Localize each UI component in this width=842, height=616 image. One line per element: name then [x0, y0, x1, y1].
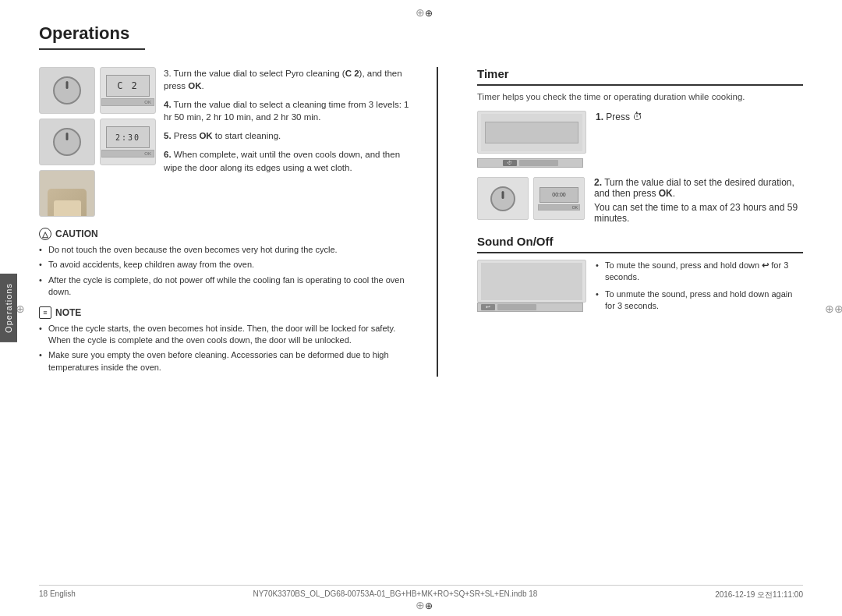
right-column: Timer Timer helps you check the time or …	[462, 67, 803, 377]
step5-text2: to start cleaning.	[213, 131, 281, 140]
display-image-1: C 2 OK	[100, 67, 156, 114]
image-row-1: C 2 OK	[39, 67, 156, 114]
sound-title: Sound On/Off	[477, 235, 803, 253]
caution-section: △ CAUTION Do not touch the oven because …	[39, 228, 413, 299]
timer-display-screen	[485, 122, 578, 143]
sound-img-box	[477, 260, 586, 303]
timer-bottom-bar-1: ⏱	[477, 158, 583, 168]
step2-number: 2.	[594, 177, 602, 188]
step5-text: Press	[174, 131, 200, 140]
display-panel-2: 2:30	[106, 126, 150, 148]
note-list: Once the cycle starts, the oven becomes …	[39, 323, 413, 374]
timer-display-img: 00:00 OK	[533, 177, 585, 220]
caution-item-1: Do not touch the oven because the oven b…	[39, 244, 413, 256]
step4-number: 4.	[164, 100, 172, 109]
sound-item-2: To unmute the sound, press and hold down…	[596, 289, 803, 313]
step3-bold2: OK	[188, 81, 201, 90]
page-title: Operations	[39, 23, 145, 50]
timer-bar-filler	[519, 160, 558, 166]
footer: 18 English NY70K3370BS_OL_DG68-00753A-01…	[39, 585, 803, 600]
step1-text: Press	[606, 112, 632, 122]
timer-img-box-1	[477, 111, 586, 154]
step-images-col: C 2 OK 2:30 OK	[39, 67, 156, 217]
timer-display-area	[481, 114, 582, 151]
ok-strip: OK	[538, 204, 580, 211]
sound-display-area	[481, 263, 582, 300]
back-btn: ↩	[481, 304, 495, 310]
sound-bottom-bar: ↩	[477, 303, 583, 312]
bottom-strip-1: OK	[101, 98, 154, 106]
footer-date: 2016-12-19 오전11:11:00	[715, 589, 803, 600]
caution-item-3: After the cycle is complete, do not powe…	[39, 274, 413, 299]
timer-image-col-1: ⏱	[477, 111, 586, 168]
dial-circle-2	[53, 128, 81, 156]
footer-doc: NY70K3370BS_OL_DG68-00753A-01_BG+HB+MK+R…	[253, 589, 537, 600]
timer-step2-text: 2. Turn the value dial to set the desire…	[594, 177, 803, 224]
note-header: ≡ NOTE	[39, 306, 413, 319]
timer-title: Timer	[477, 67, 803, 86]
left-column: C 2 OK 2:30 OK	[39, 67, 413, 377]
timer-step1-text: 1. Press ⏱	[596, 111, 803, 122]
caution-list: Do not touch the oven because the oven b…	[39, 244, 413, 299]
note-item-1: Once the cycle starts, the oven becomes …	[39, 323, 413, 347]
bottom-strip-2: OK	[101, 150, 154, 158]
step3-bold1: C 2	[345, 69, 359, 78]
timer-dial-circle	[490, 186, 515, 211]
note-icon: ≡	[39, 306, 51, 319]
image-row-3	[39, 170, 156, 217]
column-divider	[437, 67, 438, 377]
caution-icon: △	[39, 228, 51, 240]
dial-image-1	[39, 67, 95, 114]
step2-bold: OK	[659, 188, 673, 199]
step4-text: Turn the value dial to select a cleaning…	[164, 100, 409, 122]
timer-step2-images: 00:00 OK	[477, 177, 585, 220]
door-image	[39, 170, 95, 217]
timer-icon-btn: ⏱	[503, 160, 517, 166]
step-4: 4. Turn the value dial to select a clean…	[164, 98, 413, 123]
step2-text3: You can set the time to a max of 23 hour…	[594, 202, 803, 224]
step-6: 6. When complete, wait until the oven co…	[164, 148, 413, 173]
step1-number: 1.	[596, 112, 603, 122]
timer-display-small: 00:00	[540, 187, 578, 203]
sound-text: To mute the sound, press and hold down ↩…	[596, 260, 803, 317]
display-panel-1: C 2	[106, 75, 150, 97]
caution-label: CAUTION	[55, 228, 98, 239]
step6-text: When complete, wait until the oven cools…	[164, 150, 400, 172]
timer-step-1: ⏱ 1. Press ⏱	[477, 111, 803, 168]
footer-page: 18 English	[39, 589, 76, 600]
note-section: ≡ NOTE Once the cycle starts, the oven b…	[39, 306, 413, 374]
sound-content: ↩ To mute the sound, press and hold down…	[477, 260, 803, 317]
steps-with-images: C 2 OK 2:30 OK	[39, 67, 413, 217]
steps-text: 3. Turn the value dial to select Pyro cl…	[164, 67, 413, 217]
step6-number: 6.	[164, 150, 172, 159]
timer-icon: ⏱	[632, 111, 642, 122]
sound-section: Sound On/Off ↩ To	[477, 235, 803, 317]
sound-instructions: To mute the sound, press and hold down ↩…	[596, 260, 803, 313]
note-label: NOTE	[55, 307, 81, 318]
sound-bar-filler	[497, 304, 536, 310]
step3-text: Turn the value dial to select Pyro clean…	[174, 69, 345, 78]
step-3: 3. Turn the value dial to select Pyro cl…	[164, 67, 413, 92]
back-icon-ref: ↩	[762, 260, 769, 270]
dial-image-2	[39, 119, 95, 165]
step3-number: 3.	[164, 69, 172, 78]
caution-item-2: To avoid accidents, keep children away f…	[39, 259, 413, 271]
timer-step-2: 00:00 OK 2. Turn the value dial to set t…	[477, 177, 803, 224]
sound-item-1: To mute the sound, press and hold down ↩…	[596, 260, 803, 284]
timer-description: Timer helps you check the time or operat…	[477, 92, 803, 101]
dial-circle	[53, 76, 81, 104]
image-row-2: 2:30 OK	[39, 119, 156, 165]
step5-bold: OK	[199, 131, 212, 140]
step-5: 5. Press OK to start cleaning.	[164, 129, 413, 142]
sound-image-col: ↩	[477, 260, 586, 312]
timer-section: Timer Timer helps you check the time or …	[477, 67, 803, 224]
caution-header: △ CAUTION	[39, 228, 413, 240]
hand-illustration	[48, 189, 87, 216]
note-item-2: Make sure you empty the oven before clea…	[39, 349, 413, 373]
step5-number: 5.	[164, 131, 172, 140]
display-image-2: 2:30 OK	[100, 119, 156, 165]
step2-text1: Turn the value dial to set the desired d…	[594, 177, 794, 199]
timer-dial-img	[477, 177, 529, 220]
